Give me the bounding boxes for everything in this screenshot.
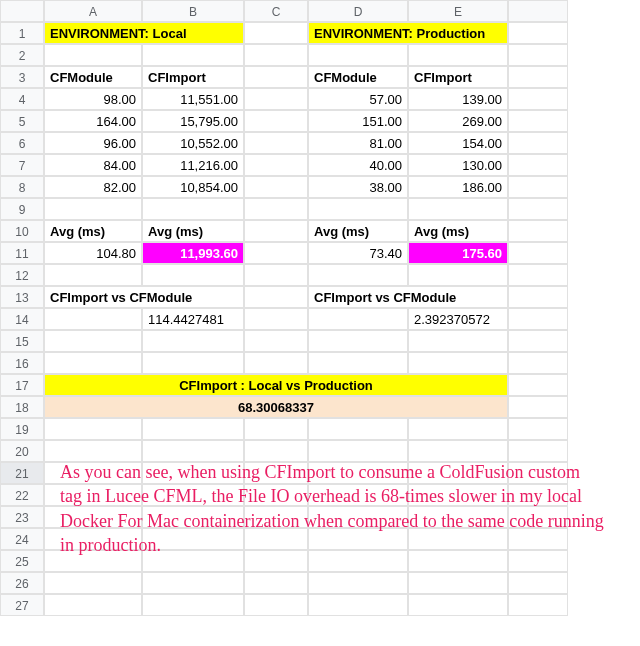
- row-header-16[interactable]: 16: [0, 352, 44, 374]
- col-header-E[interactable]: E: [408, 0, 508, 22]
- cell-A6[interactable]: 96.00: [44, 132, 142, 154]
- cell-F10[interactable]: [508, 220, 568, 242]
- cell-B6[interactable]: 10,552.00: [142, 132, 244, 154]
- cell-D14[interactable]: [308, 308, 408, 330]
- cell-E14[interactable]: 2.392370572: [408, 308, 508, 330]
- row-header-3[interactable]: 3: [0, 66, 44, 88]
- cell-B8[interactable]: 10,854.00: [142, 176, 244, 198]
- cell-A18[interactable]: 68.30068337: [44, 396, 508, 418]
- cell-D13[interactable]: CFImport vs CFModule: [308, 286, 508, 308]
- cell-E26[interactable]: [408, 572, 508, 594]
- cell-D9[interactable]: [308, 198, 408, 220]
- cell-C23[interactable]: [244, 506, 308, 528]
- cell-A22[interactable]: [44, 484, 142, 506]
- cell-A1[interactable]: ENVIRONMENT: Local: [44, 22, 244, 44]
- cell-A12[interactable]: [44, 264, 142, 286]
- cell-A13[interactable]: CFImport vs CFModule: [44, 286, 244, 308]
- cell-D11[interactable]: 73.40: [308, 242, 408, 264]
- cell-A17[interactable]: CFImport : Local vs Production: [44, 374, 508, 396]
- cell-B21[interactable]: [142, 462, 244, 484]
- cell-A5[interactable]: 164.00: [44, 110, 142, 132]
- cell-C3[interactable]: [244, 66, 308, 88]
- cell-E11[interactable]: 175.60: [408, 242, 508, 264]
- cell-B7[interactable]: 11,216.00: [142, 154, 244, 176]
- cell-A2[interactable]: [44, 44, 142, 66]
- cell-B16[interactable]: [142, 352, 244, 374]
- cell-C24[interactable]: [244, 528, 308, 550]
- cell-C2[interactable]: [244, 44, 308, 66]
- cell-B24[interactable]: [142, 528, 244, 550]
- cell-B19[interactable]: [142, 418, 244, 440]
- cell-A23[interactable]: [44, 506, 142, 528]
- cell-C5[interactable]: [244, 110, 308, 132]
- cell-F19[interactable]: [508, 418, 568, 440]
- row-header-5[interactable]: 5: [0, 110, 44, 132]
- cell-F3[interactable]: [508, 66, 568, 88]
- cell-C14[interactable]: [244, 308, 308, 330]
- cell-E22[interactable]: [408, 484, 508, 506]
- cell-C16[interactable]: [244, 352, 308, 374]
- cell-C21[interactable]: [244, 462, 308, 484]
- cell-B25[interactable]: [142, 550, 244, 572]
- cell-F20[interactable]: [508, 440, 568, 462]
- cell-F8[interactable]: [508, 176, 568, 198]
- row-header-7[interactable]: 7: [0, 154, 44, 176]
- cell-B26[interactable]: [142, 572, 244, 594]
- cell-D10[interactable]: Avg (ms): [308, 220, 408, 242]
- cell-A21[interactable]: [44, 462, 142, 484]
- cell-F18[interactable]: [508, 396, 568, 418]
- cell-B2[interactable]: [142, 44, 244, 66]
- cell-D2[interactable]: [308, 44, 408, 66]
- cell-A4[interactable]: 98.00: [44, 88, 142, 110]
- cell-C8[interactable]: [244, 176, 308, 198]
- cell-F26[interactable]: [508, 572, 568, 594]
- row-header-13[interactable]: 13: [0, 286, 44, 308]
- cell-C9[interactable]: [244, 198, 308, 220]
- row-header-12[interactable]: 12: [0, 264, 44, 286]
- cell-A14[interactable]: [44, 308, 142, 330]
- cell-F25[interactable]: [508, 550, 568, 572]
- cell-C7[interactable]: [244, 154, 308, 176]
- cell-D27[interactable]: [308, 594, 408, 616]
- corner-select-all[interactable]: [0, 0, 44, 22]
- cell-C25[interactable]: [244, 550, 308, 572]
- row-header-22[interactable]: 22: [0, 484, 44, 506]
- spreadsheet-grid[interactable]: A B C D E 1 ENVIRONMENT: Local ENVIRONME…: [0, 0, 640, 616]
- cell-B14[interactable]: 114.4427481: [142, 308, 244, 330]
- cell-F14[interactable]: [508, 308, 568, 330]
- cell-E19[interactable]: [408, 418, 508, 440]
- cell-A16[interactable]: [44, 352, 142, 374]
- cell-D20[interactable]: [308, 440, 408, 462]
- cell-A26[interactable]: [44, 572, 142, 594]
- cell-C20[interactable]: [244, 440, 308, 462]
- cell-D3[interactable]: CFModule: [308, 66, 408, 88]
- cell-F27[interactable]: [508, 594, 568, 616]
- cell-E25[interactable]: [408, 550, 508, 572]
- cell-A11[interactable]: 104.80: [44, 242, 142, 264]
- cell-A19[interactable]: [44, 418, 142, 440]
- cell-E15[interactable]: [408, 330, 508, 352]
- cell-D16[interactable]: [308, 352, 408, 374]
- col-header-F[interactable]: [508, 0, 568, 22]
- row-header-11[interactable]: 11: [0, 242, 44, 264]
- cell-F2[interactable]: [508, 44, 568, 66]
- cell-E27[interactable]: [408, 594, 508, 616]
- cell-D6[interactable]: 81.00: [308, 132, 408, 154]
- cell-D12[interactable]: [308, 264, 408, 286]
- cell-F24[interactable]: [508, 528, 568, 550]
- cell-F11[interactable]: [508, 242, 568, 264]
- cell-B27[interactable]: [142, 594, 244, 616]
- cell-E8[interactable]: 186.00: [408, 176, 508, 198]
- row-header-6[interactable]: 6: [0, 132, 44, 154]
- row-header-1[interactable]: 1: [0, 22, 44, 44]
- cell-F13[interactable]: [508, 286, 568, 308]
- cell-D15[interactable]: [308, 330, 408, 352]
- cell-E7[interactable]: 130.00: [408, 154, 508, 176]
- cell-D25[interactable]: [308, 550, 408, 572]
- cell-B3[interactable]: CFImport: [142, 66, 244, 88]
- cell-E4[interactable]: 139.00: [408, 88, 508, 110]
- cell-F1[interactable]: [508, 22, 568, 44]
- cell-F6[interactable]: [508, 132, 568, 154]
- row-header-17[interactable]: 17: [0, 374, 44, 396]
- cell-E10[interactable]: Avg (ms): [408, 220, 508, 242]
